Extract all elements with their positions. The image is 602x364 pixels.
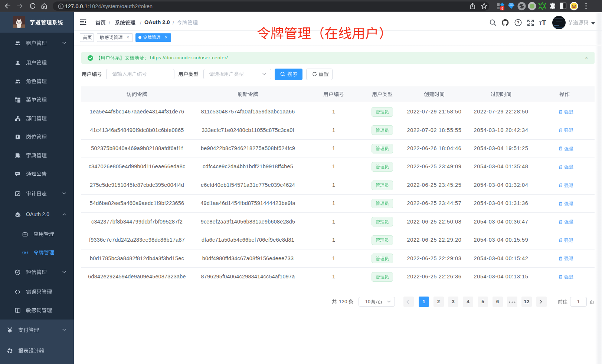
svg-text:?: ? [517, 20, 519, 25]
svg-text:9: 9 [501, 7, 503, 10]
